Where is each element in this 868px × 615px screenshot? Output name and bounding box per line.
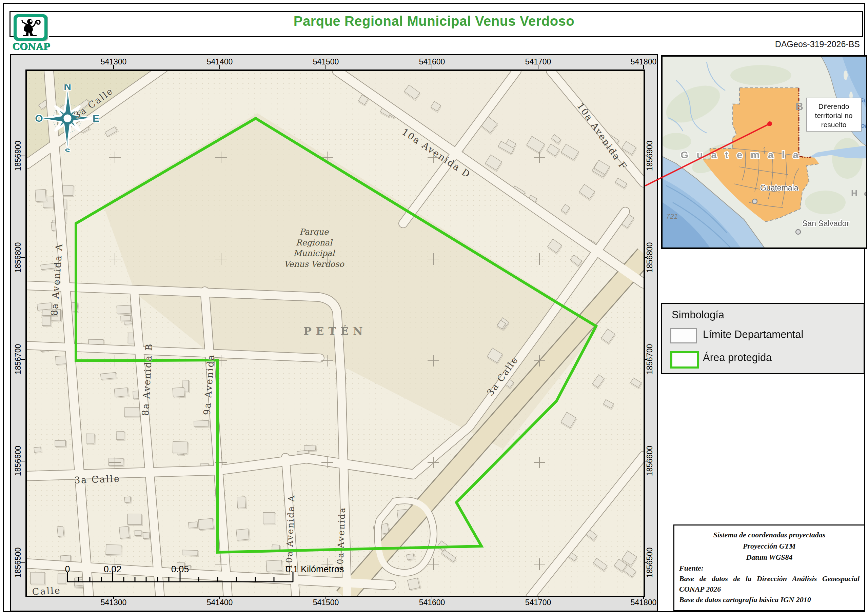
legend-title: Simbología <box>672 309 724 321</box>
projection-line: Proyección GTM <box>679 541 860 551</box>
park-name-label: ParqueRegionalMunicipalVenus Verdoso <box>263 227 365 270</box>
inset-belize-label: B <box>795 100 803 112</box>
inset-san-salvador-dot <box>796 229 801 234</box>
legend-item-label: Área protegida <box>703 351 772 364</box>
map-title: Parque Regional Municipal Venus Verdoso <box>0 14 868 29</box>
street-name-label: 3a Calle <box>74 473 121 485</box>
callout-line-2: territorial no <box>815 112 853 119</box>
callout-line-1: Diferendo <box>818 102 849 110</box>
conap-logo: CONAP <box>14 14 49 52</box>
document-id: DAGeos-319-2026-BS <box>775 39 860 49</box>
department-label: PETÉN <box>284 325 386 337</box>
street-name-label: a Calle <box>25 585 61 597</box>
source-line-2: Base de datos cartografía básica IGN 201… <box>679 594 860 605</box>
map-canvas: N E S O 3a Calle8a Avenida A8a Avenida B… <box>25 70 645 597</box>
compass-west: O <box>35 112 43 124</box>
callout-line-3: resuelto <box>821 121 847 128</box>
protected-area-swatch <box>670 351 699 368</box>
compass-rose-icon: N E S O <box>35 84 100 152</box>
source-heading: Fuente: <box>679 563 860 573</box>
inset-capital-label: Guatemala <box>760 183 798 192</box>
compass-south: S <box>65 147 70 152</box>
compass-east: E <box>92 112 99 124</box>
monkey-icon <box>18 18 43 37</box>
inset-country-label: G u a t e m a l a <box>681 149 801 160</box>
inset-callout: Diferendo territorial no resuelto <box>806 98 861 131</box>
conap-wordmark: CONAP <box>12 41 50 52</box>
datum-line: Datum WGS84 <box>679 552 860 562</box>
legend: Simbología Límite Departamental Área pro… <box>661 303 865 374</box>
inset-capital-dot <box>752 199 757 204</box>
departmental-limit-swatch <box>670 328 697 343</box>
legend-item-label: Límite Departamental <box>703 329 803 341</box>
crs-line: Sistema de coordenadas proyectadas <box>679 526 860 540</box>
scale-bar-ruler <box>64 570 342 586</box>
inset-san-salvador-label: San Salvador <box>802 219 849 228</box>
inset-road-number: 721 <box>666 212 678 220</box>
map-metadata-box: Sistema de coordenadas proyectadas Proye… <box>673 524 865 611</box>
inset-locator-map: G u a t e m a l a B Guatemala San Salvad… <box>661 55 867 249</box>
inset-honduras-label: H o <box>851 188 866 198</box>
compass-north: N <box>64 84 71 92</box>
source-line-1: Base de datos de la Dirección Análisis G… <box>679 573 860 594</box>
